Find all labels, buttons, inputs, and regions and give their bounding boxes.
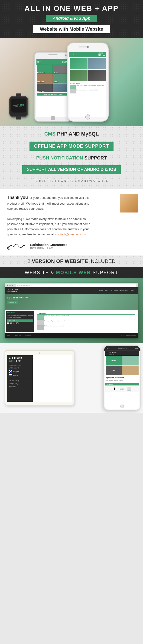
offline-row: OFFLINE APP MODE SUPPORT bbox=[5, 140, 138, 152]
android-home-button bbox=[51, 116, 55, 120]
close-dot bbox=[7, 284, 8, 286]
news-item-2: Summary of blog post two goes here with … bbox=[37, 320, 135, 325]
flag-pl bbox=[9, 374, 12, 376]
iphone-menu-icon: ☰ bbox=[70, 54, 72, 56]
support-text: WEBSITE & MOBILE WEB SUPPORT bbox=[25, 270, 118, 275]
phones-section: ☰ 🔍 ALL IN ONEWEB+APP ABOUT US NEWS SERV… bbox=[0, 38, 143, 126]
footer-copyright: © 2016 All In One Web+App bbox=[121, 335, 136, 336]
maximize-dot bbox=[12, 284, 13, 286]
platform-bar: Android & iOS App bbox=[46, 15, 97, 22]
phone-number: ☎ 123 456 678 bbox=[7, 322, 33, 324]
desktop-screen: ALL IN ONEWEB+APP HOME ABOUT SERVICES PO… bbox=[5, 287, 138, 338]
satisfaction-main: Satisfaction Guaranteed bbox=[30, 243, 68, 247]
signature-image bbox=[7, 242, 25, 251]
google-play-link[interactable]: Google Play bbox=[9, 382, 31, 385]
mobile-time: 01:31 bbox=[106, 348, 110, 349]
iphone-logo: ALL INONEWEB+APP bbox=[98, 52, 105, 56]
news-item-3: Third news item summary text content bbox=[37, 325, 135, 330]
mobile-img-about: ABOUT bbox=[106, 356, 122, 366]
smartwatch-strap-top bbox=[16, 94, 21, 97]
news-label: NEWS bbox=[54, 72, 58, 73]
version-included: INCLUDED bbox=[89, 258, 115, 264]
iphone-img-3 bbox=[70, 70, 88, 81]
phone-grid: ABOUT US NEWS SERVICES WORK CONTACT bbox=[36, 65, 69, 92]
phone-menu-icon: ☰ bbox=[37, 61, 38, 63]
mobile-text-section: r graphics - new trends rate identity ma… bbox=[105, 376, 139, 383]
phone-grid-services: SERVICES bbox=[37, 74, 53, 83]
hero-bg-overlay bbox=[71, 294, 138, 310]
main-title: ALL IN ONE WEB + APP bbox=[5, 4, 138, 13]
tablet-separator bbox=[9, 378, 31, 378]
iphone-camera bbox=[87, 46, 89, 48]
bookmark-icon[interactable]: 📖 bbox=[120, 387, 124, 390]
iphone-img-1 bbox=[70, 58, 88, 69]
offline-text: OFFLINE APP MODE SUPPORT bbox=[34, 144, 109, 148]
nav-about: ABOUT bbox=[105, 290, 110, 291]
mobile-img-top bbox=[122, 356, 139, 366]
desktop-mockup: all-in-one-web-app.com ALL IN ONEWEB+APP… bbox=[5, 283, 138, 338]
flag-uk bbox=[9, 370, 12, 373]
mobile-home-button bbox=[120, 404, 124, 408]
mobile-img-chess bbox=[122, 366, 139, 375]
desktop-hero: FOR EVERY INDUSTRY WITHIN REACH LEARN MO… bbox=[5, 294, 138, 310]
app-store-link[interactable]: App Store bbox=[9, 385, 31, 388]
satisfaction-sub: INVEDION TEAM bbox=[30, 247, 68, 250]
desktop-nav: HOME ABOUT SERVICES PORTFOLIO CONTACT bbox=[99, 290, 136, 291]
tablet-logo-line1: ALL IN ONE bbox=[9, 357, 22, 360]
share-icon[interactable]: ⬆ bbox=[113, 387, 116, 390]
news-item-img-3 bbox=[37, 325, 44, 330]
signature-svg bbox=[7, 242, 25, 251]
cms-row: CMS PHP AND MySQL bbox=[5, 130, 138, 138]
about-label: ABOUT US bbox=[37, 72, 44, 73]
iphone-news-title: LATEST NEWS bbox=[70, 82, 105, 84]
description-text: Thank you for your trust and that you de… bbox=[7, 194, 91, 237]
work-label: WORK bbox=[54, 81, 58, 82]
android-phone: ☰ 🔍 ALL IN ONEWEB+APP ABOUT US NEWS SERV… bbox=[34, 52, 71, 122]
minimize-dot bbox=[9, 284, 11, 286]
news-section-title: LATEST NEWS bbox=[37, 313, 135, 314]
select-language-label: Select language bbox=[9, 364, 31, 366]
mobile-img-service: SERVICE bbox=[106, 366, 122, 375]
desktop-content-area: ABOUT US Lorem ipsum dolor sit amet cons… bbox=[5, 310, 138, 333]
fast-contact: FAST CONTACT ☎ 123 456 678 bbox=[7, 320, 33, 324]
android-bar: SUPPORT ALL VERSION OF ANDROID & iOS bbox=[22, 165, 121, 174]
news-img-2 bbox=[70, 89, 76, 94]
mobile-section-title: r graphics - new trends bbox=[106, 377, 138, 379]
mobile-screen: ☰ ALL IN ONEWEB+APP ABOUT SERVICE r grap… bbox=[105, 351, 139, 409]
tablet-sidebar: ALL IN ONE WEB+APP Select language Wybie… bbox=[7, 355, 33, 402]
copy-icon[interactable]: ⬜ bbox=[127, 387, 131, 390]
mobile-status-bar: 01:31 invedion.com 33% bbox=[104, 346, 140, 350]
smartwatch: ALL IN ONE WEB+APP bbox=[9, 96, 28, 117]
mobile-app-header: ☰ ALL IN ONEWEB+APP bbox=[105, 351, 139, 356]
desktop-header: ALL IN ONEWEB+APP HOME ABOUT SERVICES PO… bbox=[5, 287, 138, 294]
version-title: 2 VERSION OF WEBSITE INCLUDED bbox=[5, 258, 138, 264]
tablet-section: ALL IN ONE WEB+APP Select language Wybie… bbox=[0, 343, 143, 413]
gps-bar: GPS MAP CO-ORDINATES bbox=[37, 93, 69, 96]
hero-button[interactable]: LEARN MORE bbox=[7, 301, 18, 304]
phone-grid-about: ABOUT US bbox=[37, 65, 53, 74]
lang-item-english[interactable]: English bbox=[9, 370, 31, 374]
android-speaker bbox=[48, 54, 58, 55]
tablet-camera bbox=[39, 352, 40, 354]
iphone-search-icon: 🔍 bbox=[73, 54, 75, 56]
phone-top-bar: ☰ 🔍 ALL IN ONEWEB+APP bbox=[36, 59, 69, 65]
lang-item-polish[interactable]: Polish bbox=[9, 374, 31, 377]
tablet-logo-area: ALL IN ONE WEB+APP bbox=[9, 357, 31, 363]
privacy-policy-link[interactable]: Privacy Policy bbox=[9, 379, 31, 382]
about-title: ABOUT US bbox=[7, 312, 33, 314]
hero-h1: FOR EVERY INDUSTRY bbox=[7, 296, 28, 298]
contact-email-link[interactable]: contact@invedion.com bbox=[55, 232, 86, 236]
desktop-logo-text: ALL IN ONEWEB+APP bbox=[7, 288, 18, 293]
support-bar: WEBSITE & MOBILE WEB SUPPORT bbox=[0, 267, 143, 278]
iphone-img-2 bbox=[88, 58, 106, 69]
iphone-screen: ☰ 🔍 ALL INONEWEB+APP bbox=[69, 52, 106, 117]
desc-paragraph-2: Developing it, we made every effort to m… bbox=[7, 216, 91, 237]
news-img-1 bbox=[70, 85, 76, 89]
push-row: PUSH NOTIFICATION SUPPORT bbox=[5, 154, 138, 162]
mobile-section-sub: rate identity manual desigs: bbox=[106, 380, 138, 382]
features-section: CMS PHP AND MySQL OFFLINE APP MODE SUPPO… bbox=[0, 126, 143, 189]
tablet-logo-web: WEB bbox=[9, 360, 14, 362]
address-bar: all-in-one-web-app.com bbox=[16, 284, 136, 287]
iphone-top-bar: ☰ 🔍 ALL INONEWEB+APP bbox=[69, 52, 106, 57]
header-section: ALL IN ONE WEB + APP Android & iOS App W… bbox=[0, 0, 143, 38]
